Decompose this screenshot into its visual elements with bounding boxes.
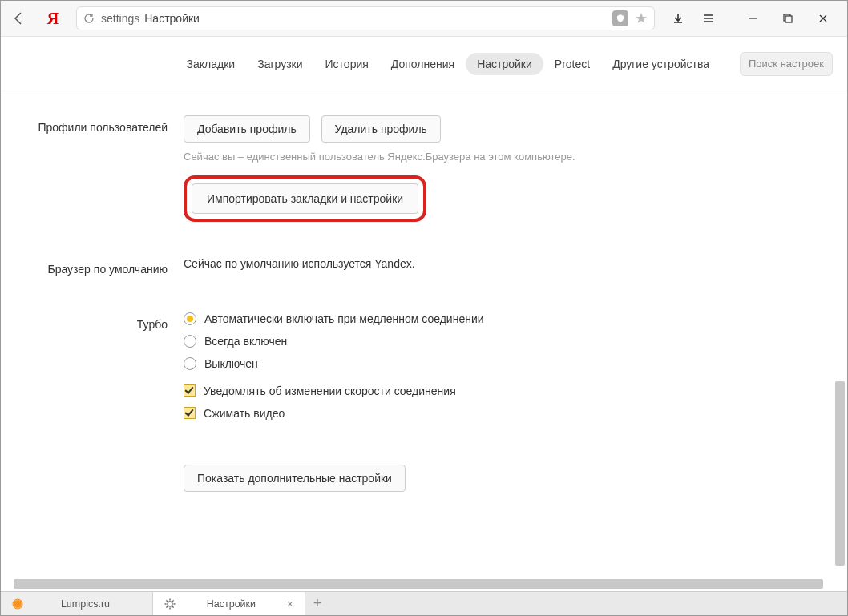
section-default-browser: Браузер по умолчанию Сейчас по умолчанию… [1, 257, 847, 277]
nav-history[interactable]: История [314, 53, 380, 75]
profiles-hint: Сейчас вы – единственный пользователь Ян… [184, 151, 815, 163]
minimize-button[interactable] [735, 6, 770, 30]
section-label-default-browser: Браузер по умолчанию [1, 257, 184, 277]
downloads-button[interactable] [664, 6, 692, 30]
close-button[interactable] [806, 6, 841, 30]
back-button[interactable] [7, 7, 30, 30]
nav-downloads[interactable]: Загрузки [246, 53, 313, 75]
checkbox-icon [184, 384, 196, 397]
nav-extensions[interactable]: Дополнения [380, 53, 466, 75]
turbo-check-compress[interactable]: Сжимать видео [184, 407, 815, 420]
yandex-logo-icon[interactable]: Я [42, 8, 63, 29]
gear-icon [164, 598, 176, 610]
nav-other-devices[interactable]: Другие устройства [601, 53, 721, 75]
nav-protect[interactable]: Protect [543, 53, 601, 75]
svg-line-12 [172, 600, 173, 601]
browser-tabbar: Lumpics.ru Настройки × + [1, 591, 847, 615]
svg-line-10 [172, 606, 173, 607]
tab-title: Lumpics.ru [30, 598, 141, 610]
svg-point-2 [13, 598, 23, 609]
nav-bookmarks[interactable]: Закладки [176, 53, 247, 75]
turbo-radio-auto[interactable]: Автоматически включать при медленном сое… [184, 312, 815, 325]
new-tab-button[interactable]: + [305, 592, 329, 615]
turbo-radio-off[interactable]: Выключен [184, 357, 815, 370]
svg-point-4 [168, 602, 172, 606]
settings-nav: Закладки Загрузки История Дополнения Нас… [1, 37, 847, 91]
browser-titlebar: Я settings Настройки [1, 1, 847, 37]
vertical-scrollbar-thumb[interactable] [835, 381, 845, 566]
page-content: Закладки Загрузки История Дополнения Нас… [1, 37, 847, 591]
address-bar[interactable]: settings Настройки [76, 6, 655, 30]
tab-lumpics[interactable]: Lumpics.ru [1, 592, 153, 615]
bookmark-star-icon[interactable] [633, 10, 649, 26]
add-profile-button[interactable]: Добавить профиль [184, 115, 310, 143]
svg-rect-1 [785, 16, 792, 22]
protect-shield-icon[interactable] [612, 10, 628, 26]
radio-icon [184, 312, 196, 325]
reload-icon[interactable] [82, 11, 96, 26]
turbo-check-notify[interactable]: Уведомлять об изменении скорости соедине… [184, 384, 815, 397]
section-profiles: Профили пользователей Добавить профиль У… [1, 115, 847, 222]
url-title: Настройки [144, 12, 200, 25]
import-bookmarks-button[interactable]: Импортировать закладки и настройки [192, 183, 418, 214]
tab-title: Настройки [182, 598, 281, 610]
settings-search-input[interactable]: Поиск настроек [740, 52, 833, 76]
section-turbo: Турбо Автоматически включать при медленн… [1, 312, 847, 429]
nav-settings[interactable]: Настройки [466, 53, 543, 75]
section-advanced: Показать дополнительные настройки [1, 465, 847, 492]
close-icon[interactable]: × [287, 598, 293, 610]
url-path: settings [101, 12, 139, 25]
maximize-button[interactable] [770, 6, 806, 30]
turbo-radio-always[interactable]: Всегда включен [184, 335, 815, 348]
tab-settings[interactable]: Настройки × [153, 592, 305, 615]
orange-circle-icon [12, 598, 23, 610]
menu-button[interactable] [695, 6, 722, 30]
section-label-profiles: Профили пользователей [1, 115, 184, 222]
search-placeholder: Поиск настроек [749, 58, 824, 70]
radio-icon [184, 357, 196, 370]
checkbox-icon [184, 407, 196, 419]
horizontal-scrollbar-thumb[interactable] [14, 579, 823, 589]
default-browser-text: Сейчас по умолчанию используется Yandex. [184, 257, 815, 270]
show-advanced-button[interactable]: Показать дополнительные настройки [184, 465, 406, 492]
svg-line-9 [166, 600, 167, 601]
import-highlight: Импортировать закладки и настройки [184, 175, 426, 222]
svg-line-11 [166, 606, 167, 607]
window-controls [735, 6, 841, 30]
delete-profile-button[interactable]: Удалить профиль [321, 115, 441, 143]
radio-icon [184, 335, 196, 348]
section-label-turbo: Турбо [1, 312, 184, 429]
